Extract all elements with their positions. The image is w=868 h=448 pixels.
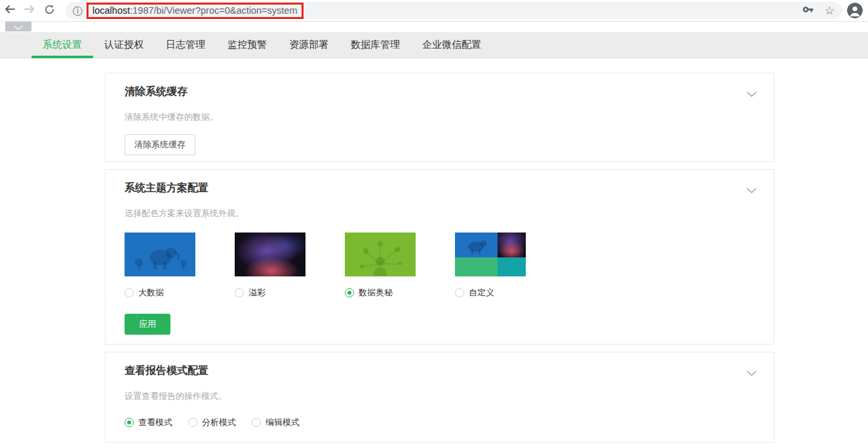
card-report-mode: 查看报告模式配置 设置查看报告的操作模式。 查看模式 分析模式 编辑模式 bbox=[105, 352, 774, 443]
radio-icon bbox=[252, 418, 261, 427]
url-text[interactable]: localhost:1987/bi/Viewer?proc=0&action=s… bbox=[92, 5, 297, 16]
back-arrow-icon bbox=[4, 3, 16, 18]
theme-radio-custom[interactable]: 自定义 bbox=[455, 287, 526, 299]
page-top-strip bbox=[0, 22, 868, 32]
card-description: 选择配色方案来设置系统外观。 bbox=[125, 208, 754, 219]
forward-button[interactable] bbox=[20, 0, 39, 21]
chevron-down-icon bbox=[14, 21, 23, 33]
back-button[interactable] bbox=[0, 0, 20, 21]
url-host: localhost bbox=[92, 5, 130, 16]
forward-arrow-icon bbox=[24, 3, 35, 18]
url-highlight-box: localhost:1987/bi/Viewer?proc=0&action=s… bbox=[87, 3, 304, 19]
chevron-down-icon[interactable] bbox=[747, 88, 757, 100]
chevron-down-icon[interactable] bbox=[747, 367, 757, 379]
tab-monitor-alert[interactable]: 监控预警 bbox=[216, 32, 278, 58]
theme-option-bigdata: 大数据 bbox=[125, 233, 195, 299]
card-theme-scheme: 系统主题方案配置 选择配色方案来设置系统外观。 bbox=[105, 169, 774, 345]
card-title: 清除系统缓存 bbox=[125, 85, 754, 99]
radio-icon bbox=[235, 288, 244, 297]
tab-auth[interactable]: 认证授权 bbox=[93, 32, 155, 58]
theme-radio-label: 大数据 bbox=[138, 287, 164, 299]
browser-toolbar: ⓘ localhost:1987/bi/Viewer?proc=0&action… bbox=[0, 0, 868, 21]
apply-theme-button[interactable]: 应用 bbox=[125, 314, 170, 335]
theme-radio-label: 自定义 bbox=[469, 287, 494, 299]
theme-preview-data-mystery[interactable] bbox=[345, 233, 416, 276]
bookmark-star-icon[interactable]: ☆ bbox=[825, 5, 835, 16]
mode-radio-label: 编辑模式 bbox=[266, 417, 300, 428]
card-description: 设置查看报告的操作模式。 bbox=[125, 390, 754, 402]
theme-preview-custom[interactable] bbox=[455, 233, 526, 276]
custom-quadrant-nebula bbox=[498, 233, 526, 257]
url-path: :1987/bi/Viewer?proc=0&action=system bbox=[130, 5, 297, 16]
profile-avatar[interactable] bbox=[847, 3, 863, 18]
custom-quadrant-blue bbox=[455, 233, 498, 257]
radio-icon bbox=[125, 418, 134, 427]
page-info-icon[interactable]: ⓘ bbox=[73, 6, 83, 16]
theme-preview-yicai[interactable] bbox=[235, 233, 306, 276]
theme-option-yicai: 溢彩 bbox=[235, 233, 306, 299]
mode-radio-label: 分析模式 bbox=[202, 417, 236, 428]
card-clear-cache: 清除系统缓存 清除系统中缓存的数据。 清除系统缓存 bbox=[105, 73, 774, 162]
theme-option-custom: 自定义 bbox=[455, 233, 526, 299]
theme-radio-label: 溢彩 bbox=[248, 287, 266, 299]
mode-radio-label: 查看模式 bbox=[138, 417, 172, 428]
radio-icon bbox=[125, 288, 134, 297]
custom-quadrant-green bbox=[455, 257, 498, 276]
collapse-panel-handle[interactable] bbox=[5, 22, 31, 31]
tab-system-settings[interactable]: 系统设置 bbox=[31, 32, 93, 58]
theme-radio-bigdata[interactable]: 大数据 bbox=[125, 287, 195, 299]
refresh-button[interactable] bbox=[39, 0, 59, 21]
theme-preview-bigdata[interactable] bbox=[125, 233, 195, 276]
tab-log-management[interactable]: 日志管理 bbox=[155, 32, 216, 58]
settings-content: 清除系统缓存 清除系统中缓存的数据。 清除系统缓存 系统主题方案配置 选择配色方… bbox=[0, 58, 868, 443]
settings-tab-bar: 系统设置 认证授权 日志管理 监控预警 资源部署 数据库管理 企业微信配置 bbox=[0, 32, 868, 58]
theme-option-data-mystery: 数据奥秘 bbox=[345, 233, 416, 299]
radio-icon bbox=[455, 288, 464, 297]
custom-quadrant-teal bbox=[498, 257, 526, 276]
tab-wechat-config[interactable]: 企业微信配置 bbox=[411, 32, 492, 58]
radio-icon bbox=[345, 288, 354, 297]
card-description: 清除系统中缓存的数据。 bbox=[125, 111, 754, 123]
theme-radio-yicai[interactable]: 溢彩 bbox=[235, 287, 306, 299]
clear-cache-button[interactable]: 清除系统缓存 bbox=[125, 134, 195, 155]
radio-icon bbox=[188, 418, 197, 427]
card-title: 查看报告模式配置 bbox=[125, 364, 754, 378]
mode-radio-view[interactable]: 查看模式 bbox=[125, 417, 172, 428]
tab-database-management[interactable]: 数据库管理 bbox=[340, 32, 411, 58]
theme-options-row: 大数据 溢彩 bbox=[125, 233, 754, 299]
address-bar[interactable]: ⓘ localhost:1987/bi/Viewer?proc=0&action… bbox=[66, 2, 842, 19]
theme-radio-label: 数据奥秘 bbox=[359, 287, 393, 299]
mode-radio-edit[interactable]: 编辑模式 bbox=[252, 417, 300, 428]
chevron-down-icon[interactable] bbox=[747, 184, 757, 196]
tab-resource-deploy[interactable]: 资源部署 bbox=[278, 32, 340, 58]
theme-radio-data-mystery[interactable]: 数据奥秘 bbox=[345, 287, 416, 299]
refresh-icon bbox=[44, 4, 55, 18]
report-mode-options: 查看模式 分析模式 编辑模式 bbox=[125, 417, 754, 428]
card-title: 系统主题方案配置 bbox=[125, 181, 754, 195]
key-icon[interactable] bbox=[802, 3, 814, 18]
mode-radio-analysis[interactable]: 分析模式 bbox=[188, 417, 236, 428]
